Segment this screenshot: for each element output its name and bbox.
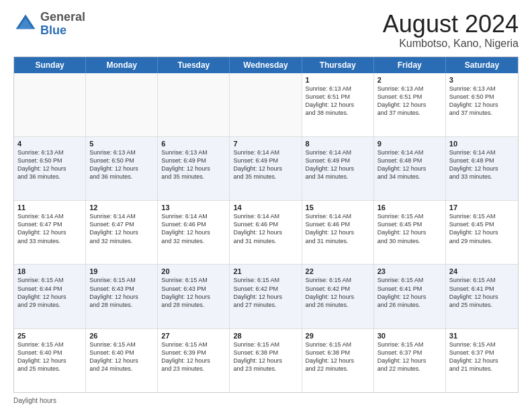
empty-cell xyxy=(230,73,302,136)
day-info: Sunrise: 6:15 AM Sunset: 6:45 PM Dayligh… xyxy=(449,212,515,245)
day-cell-31: 31Sunrise: 6:15 AM Sunset: 6:37 PM Dayli… xyxy=(446,329,518,392)
day-cell-10: 10Sunrise: 6:14 AM Sunset: 6:48 PM Dayli… xyxy=(446,137,518,200)
day-info: Sunrise: 6:15 AM Sunset: 6:39 PM Dayligh… xyxy=(161,340,226,373)
calendar-body: 1Sunrise: 6:13 AM Sunset: 6:51 PM Daylig… xyxy=(14,73,518,392)
day-cell-24: 24Sunrise: 6:15 AM Sunset: 6:41 PM Dayli… xyxy=(446,265,518,328)
day-header-thursday: Thursday xyxy=(302,57,374,73)
day-cell-19: 19Sunrise: 6:15 AM Sunset: 6:43 PM Dayli… xyxy=(86,265,158,328)
day-number: 14 xyxy=(233,203,298,212)
day-cell-17: 17Sunrise: 6:15 AM Sunset: 6:45 PM Dayli… xyxy=(446,201,518,264)
day-info: Sunrise: 6:15 AM Sunset: 6:45 PM Dayligh… xyxy=(378,212,442,245)
day-number: 31 xyxy=(449,332,515,340)
day-cell-26: 26Sunrise: 6:15 AM Sunset: 6:40 PM Dayli… xyxy=(86,329,158,392)
day-info: Sunrise: 6:15 AM Sunset: 6:42 PM Dayligh… xyxy=(233,276,298,309)
day-cell-18: 18Sunrise: 6:15 AM Sunset: 6:44 PM Dayli… xyxy=(14,265,86,328)
day-info: Sunrise: 6:14 AM Sunset: 6:49 PM Dayligh… xyxy=(233,148,298,181)
day-number: 28 xyxy=(233,332,298,340)
day-number: 15 xyxy=(306,203,370,212)
day-cell-16: 16Sunrise: 6:15 AM Sunset: 6:45 PM Dayli… xyxy=(374,201,446,264)
day-number: 18 xyxy=(17,267,82,275)
day-info: Sunrise: 6:15 AM Sunset: 6:42 PM Dayligh… xyxy=(306,276,370,309)
day-cell-5: 5Sunrise: 6:13 AM Sunset: 6:50 PM Daylig… xyxy=(86,137,158,200)
calendar-row: 18Sunrise: 6:15 AM Sunset: 6:44 PM Dayli… xyxy=(14,265,518,328)
day-info: Sunrise: 6:13 AM Sunset: 6:49 PM Dayligh… xyxy=(161,148,226,181)
calendar: SundayMondayTuesdayWednesdayThursdayFrid… xyxy=(13,56,519,393)
day-cell-7: 7Sunrise: 6:14 AM Sunset: 6:49 PM Daylig… xyxy=(230,137,302,200)
day-header-tuesday: Tuesday xyxy=(158,57,230,73)
month-year: August 2024 xyxy=(383,11,519,38)
empty-cell xyxy=(158,73,230,136)
day-number: 29 xyxy=(306,332,370,340)
day-number: 26 xyxy=(89,332,154,340)
day-header-friday: Friday xyxy=(374,57,446,73)
day-number: 21 xyxy=(233,267,298,275)
logo-icon xyxy=(13,12,38,36)
day-info: Sunrise: 6:13 AM Sunset: 6:50 PM Dayligh… xyxy=(449,85,515,118)
day-info: Sunrise: 6:15 AM Sunset: 6:38 PM Dayligh… xyxy=(233,340,298,373)
day-header-monday: Monday xyxy=(86,57,158,73)
day-number: 5 xyxy=(89,140,154,148)
day-number: 3 xyxy=(449,76,515,84)
day-cell-2: 2Sunrise: 6:13 AM Sunset: 6:51 PM Daylig… xyxy=(374,73,446,136)
day-info: Sunrise: 6:14 AM Sunset: 6:48 PM Dayligh… xyxy=(449,148,515,181)
day-cell-12: 12Sunrise: 6:14 AM Sunset: 6:47 PM Dayli… xyxy=(86,201,158,264)
day-info: Sunrise: 6:14 AM Sunset: 6:46 PM Dayligh… xyxy=(233,212,298,245)
day-info: Sunrise: 6:14 AM Sunset: 6:49 PM Dayligh… xyxy=(306,148,370,181)
day-number: 8 xyxy=(306,140,370,148)
day-cell-13: 13Sunrise: 6:14 AM Sunset: 6:46 PM Dayli… xyxy=(158,201,230,264)
day-number: 2 xyxy=(378,76,442,84)
day-cell-3: 3Sunrise: 6:13 AM Sunset: 6:50 PM Daylig… xyxy=(446,73,518,136)
day-number: 17 xyxy=(449,203,515,212)
logo: General Blue xyxy=(13,11,85,38)
day-info: Sunrise: 6:14 AM Sunset: 6:48 PM Dayligh… xyxy=(378,148,442,181)
calendar-row: 11Sunrise: 6:14 AM Sunset: 6:47 PM Dayli… xyxy=(14,201,518,265)
day-cell-28: 28Sunrise: 6:15 AM Sunset: 6:38 PM Dayli… xyxy=(230,329,302,392)
day-number: 30 xyxy=(378,332,442,340)
day-cell-15: 15Sunrise: 6:14 AM Sunset: 6:46 PM Dayli… xyxy=(302,201,374,264)
day-cell-8: 8Sunrise: 6:14 AM Sunset: 6:49 PM Daylig… xyxy=(302,137,374,200)
day-cell-9: 9Sunrise: 6:14 AM Sunset: 6:48 PM Daylig… xyxy=(374,137,446,200)
day-cell-4: 4Sunrise: 6:13 AM Sunset: 6:50 PM Daylig… xyxy=(14,137,86,200)
logo-blue: Blue xyxy=(40,24,66,37)
day-info: Sunrise: 6:14 AM Sunset: 6:46 PM Dayligh… xyxy=(306,212,370,245)
day-cell-6: 6Sunrise: 6:13 AM Sunset: 6:49 PM Daylig… xyxy=(158,137,230,200)
day-number: 20 xyxy=(161,267,226,275)
calendar-row: 1Sunrise: 6:13 AM Sunset: 6:51 PM Daylig… xyxy=(14,73,518,137)
day-info: Sunrise: 6:13 AM Sunset: 6:50 PM Dayligh… xyxy=(89,148,154,181)
day-number: 12 xyxy=(89,203,154,212)
day-number: 7 xyxy=(233,140,298,148)
day-header-wednesday: Wednesday xyxy=(230,57,302,73)
day-cell-23: 23Sunrise: 6:15 AM Sunset: 6:41 PM Dayli… xyxy=(374,265,446,328)
day-number: 24 xyxy=(449,267,515,275)
day-info: Sunrise: 6:14 AM Sunset: 6:47 PM Dayligh… xyxy=(17,212,82,245)
day-info: Sunrise: 6:15 AM Sunset: 6:37 PM Dayligh… xyxy=(378,340,442,373)
day-info: Sunrise: 6:15 AM Sunset: 6:40 PM Dayligh… xyxy=(89,340,154,373)
location: Kumbotso, Kano, Nigeria xyxy=(383,38,519,50)
day-number: 23 xyxy=(378,267,442,275)
day-cell-25: 25Sunrise: 6:15 AM Sunset: 6:40 PM Dayli… xyxy=(14,329,86,392)
logo-text: General Blue xyxy=(40,11,85,38)
day-info: Sunrise: 6:15 AM Sunset: 6:37 PM Dayligh… xyxy=(449,340,515,373)
day-number: 9 xyxy=(378,140,442,148)
day-cell-20: 20Sunrise: 6:15 AM Sunset: 6:43 PM Dayli… xyxy=(158,265,230,328)
day-info: Sunrise: 6:15 AM Sunset: 6:44 PM Dayligh… xyxy=(17,276,82,309)
day-cell-11: 11Sunrise: 6:14 AM Sunset: 6:47 PM Dayli… xyxy=(14,201,86,264)
day-cell-30: 30Sunrise: 6:15 AM Sunset: 6:37 PM Dayli… xyxy=(374,329,446,392)
day-number: 4 xyxy=(17,140,82,148)
page: General Blue August 2024 Kumbotso, Kano,… xyxy=(0,0,532,411)
day-info: Sunrise: 6:13 AM Sunset: 6:50 PM Dayligh… xyxy=(17,148,82,181)
empty-cell xyxy=(14,73,86,136)
day-number: 10 xyxy=(449,140,515,148)
day-number: 19 xyxy=(89,267,154,275)
footer-text: Daylight hours xyxy=(13,397,56,404)
day-cell-1: 1Sunrise: 6:13 AM Sunset: 6:51 PM Daylig… xyxy=(302,73,374,136)
day-number: 13 xyxy=(161,203,226,212)
calendar-header: SundayMondayTuesdayWednesdayThursdayFrid… xyxy=(14,57,518,73)
day-info: Sunrise: 6:15 AM Sunset: 6:43 PM Dayligh… xyxy=(89,276,154,309)
day-number: 25 xyxy=(17,332,82,340)
day-header-saturday: Saturday xyxy=(446,57,518,73)
day-cell-14: 14Sunrise: 6:14 AM Sunset: 6:46 PM Dayli… xyxy=(230,201,302,264)
day-number: 6 xyxy=(161,140,226,148)
day-cell-22: 22Sunrise: 6:15 AM Sunset: 6:42 PM Dayli… xyxy=(302,265,374,328)
day-info: Sunrise: 6:13 AM Sunset: 6:51 PM Dayligh… xyxy=(306,85,370,118)
